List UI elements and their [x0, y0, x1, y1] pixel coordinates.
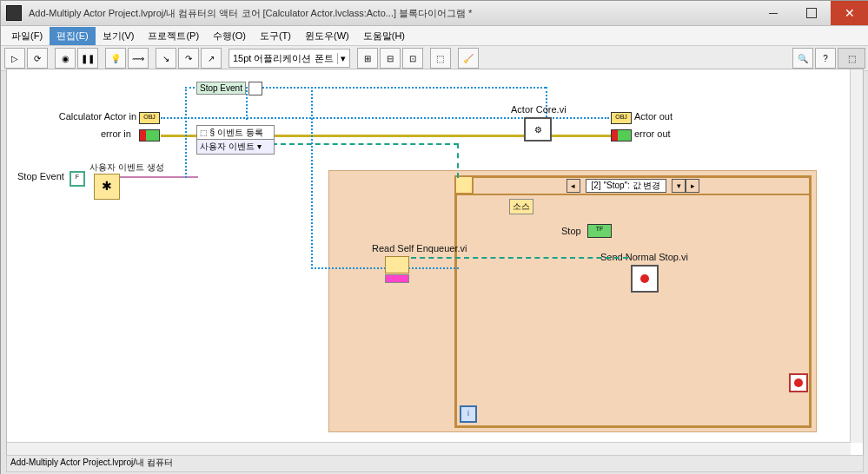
case-index: [2]: [592, 181, 601, 190]
highlight-exec-button[interactable]: 💡: [105, 48, 126, 69]
run-cont-button[interactable]: ⟳: [27, 48, 48, 69]
search-button[interactable]: 🔍: [792, 48, 813, 69]
wire: [311, 87, 313, 269]
menubar: 파일(F) 편집(E) 보기(V) 프로젝트(P) 수행(O) 도구(T) 윈도…: [1, 26, 868, 46]
stop-event-wire-label: Stop Event: [196, 82, 246, 95]
stop-indicator-terminal[interactable]: TF: [587, 224, 612, 238]
menu-view[interactable]: 보기(V): [96, 27, 142, 45]
loop-stop-terminal[interactable]: [789, 373, 808, 392]
enqueuer-cluster-icon: [385, 274, 409, 283]
menu-operate[interactable]: 수행(O): [206, 27, 253, 45]
pause-button[interactable]: ❚❚: [77, 48, 98, 69]
send-normal-stop-vi[interactable]: [631, 265, 659, 293]
vi-icon-button[interactable]: ⬚: [838, 48, 865, 69]
maximize-button[interactable]: [792, 1, 831, 25]
menu-window[interactable]: 윈도우(W): [298, 27, 356, 45]
menu-edit[interactable]: 편집(E): [50, 27, 96, 45]
actor-core-label: Actor Core.vi: [511, 104, 567, 115]
error-in-label: error in: [101, 128, 131, 139]
stop-indicator-label: Stop: [561, 226, 581, 236]
chevron-down-icon: ▾: [257, 142, 262, 151]
minimize-button[interactable]: [754, 1, 792, 25]
case-dropdown-button[interactable]: ▾: [672, 179, 686, 193]
stop-icon: [794, 379, 803, 387]
menu-project[interactable]: 프로젝트(P): [141, 27, 206, 45]
register-events-source[interactable]: 사용자 이벤트 ▾: [196, 139, 275, 155]
stop-event-ctl-label: Stop Event: [17, 171, 64, 181]
statusbar: Add-Multiply Actor Project.lvproj/내 컴퓨터: [6, 455, 864, 472]
font-label: 15pt 어플리케이션 폰트: [233, 52, 334, 65]
wire: [272, 143, 459, 145]
error-out-terminal[interactable]: [611, 129, 632, 142]
resize-button[interactable]: ⊡: [402, 48, 423, 69]
close-button[interactable]: ✕: [831, 1, 868, 25]
wire: [411, 257, 628, 259]
labview-window: Add-Multiply Actor Project.lvproj/내 컴퓨터의…: [0, 0, 868, 474]
app-icon: [6, 5, 22, 21]
read-self-enqueuer-label: Read Self Enqueuer.vi: [372, 243, 467, 253]
actor-icon: ⚙: [534, 125, 542, 135]
window-buttons: ✕: [754, 1, 868, 25]
cleanup-button[interactable]: 🧹: [458, 48, 479, 69]
error-out-label: error out: [634, 128, 671, 139]
run-button[interactable]: ▷: [4, 48, 25, 69]
error-in-terminal[interactable]: [139, 129, 160, 142]
scrollbar-horizontal[interactable]: [7, 442, 851, 455]
menu-tools[interactable]: 도구(T): [253, 27, 298, 45]
read-self-enqueuer-vi[interactable]: [385, 256, 409, 273]
block-diagram-canvas[interactable]: ◂ [2] "Stop": 값 변경 ▾ ▸ 소스 Stop TF Send N…: [6, 69, 864, 456]
create-user-event-node[interactable]: ✱: [94, 174, 120, 200]
event-structure[interactable]: ◂ [2] "Stop": 값 변경 ▾ ▸ 소스 Stop TF Send N…: [454, 175, 812, 428]
titlebar: Add-Multiply Actor Project.lvproj/내 컴퓨터의…: [1, 1, 868, 26]
distribute-button[interactable]: ⊟: [380, 48, 401, 69]
probe-icon[interactable]: [248, 82, 262, 95]
abort-button[interactable]: ◉: [55, 48, 76, 69]
context-help-button[interactable]: ?: [815, 48, 836, 69]
step-into-button[interactable]: ↘: [156, 48, 176, 69]
window-title: Add-Multiply Actor Project.lvproj/내 컴퓨터의…: [29, 7, 754, 20]
toolbar: ▷ ⟳ ◉ ❚❚ 💡 ⟿ ↘ ↷ ↗ 15pt 어플리케이션 폰트 ▾ ⊞ ⊟ …: [1, 46, 868, 71]
dynamic-event-terminal[interactable]: [454, 175, 474, 194]
event-case-selector[interactable]: ◂ [2] "Stop": 값 변경 ▾ ▸: [457, 178, 809, 195]
status-path: Add-Multiply Actor Project.lvproj/내 컴퓨터: [10, 458, 173, 467]
font-selector[interactable]: 15pt 어플리케이션 폰트 ▾: [229, 49, 350, 68]
wire: [246, 87, 248, 120]
wire: [185, 87, 187, 178]
actor-core-vi[interactable]: ⚙: [524, 117, 552, 142]
step-over-button[interactable]: ↷: [178, 48, 199, 69]
iteration-terminal[interactable]: i: [460, 405, 477, 423]
event-data-source[interactable]: 소스: [509, 199, 533, 214]
stop-icon: [640, 274, 649, 283]
prev-case-button[interactable]: ◂: [567, 179, 580, 193]
menu-file[interactable]: 파일(F): [4, 27, 50, 45]
reorder-button[interactable]: ⬚: [430, 48, 451, 69]
retain-wire-button[interactable]: ⟿: [128, 48, 149, 69]
calculator-actor-in-label: Calculator Actor in: [55, 111, 136, 122]
case-label: "Stop": 값 변경: [603, 181, 660, 190]
align-button[interactable]: ⊞: [357, 48, 378, 69]
step-out-button[interactable]: ↗: [201, 48, 222, 69]
stop-event-ctl-terminal[interactable]: F: [70, 171, 85, 187]
calculator-actor-in-terminal[interactable]: OBJ: [139, 112, 160, 124]
create-user-event-label: 사용자 이벤트 생성: [89, 161, 164, 174]
star-icon: ✱: [95, 174, 119, 197]
menu-help[interactable]: 도움말(H): [356, 27, 412, 45]
wire: [161, 117, 526, 119]
chevron-down-icon: ▾: [337, 53, 346, 64]
next-case-button[interactable]: ▸: [686, 179, 699, 193]
scrollbar-vertical[interactable]: [850, 69, 863, 443]
actor-out-label: Actor out: [634, 111, 673, 122]
actor-out-terminal[interactable]: OBJ: [611, 112, 632, 124]
wire: [457, 143, 459, 178]
